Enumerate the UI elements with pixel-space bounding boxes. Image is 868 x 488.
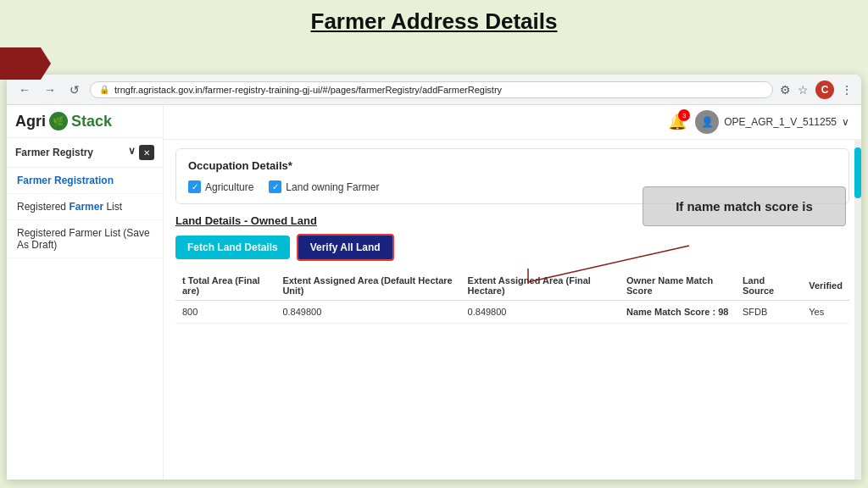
callout-box: If name match score is: [643, 186, 846, 226]
table-row: 800 0.849800 0.849800 Name Match Score :…: [175, 301, 849, 324]
sidebar-item-registered-farmer-list-draft[interactable]: Registered Farmer List (Save As Draft): [7, 220, 163, 258]
nav-label-1: Registered Farmer List: [17, 201, 122, 213]
land-buttons: Fetch Land Details Verify All Land: [175, 234, 849, 261]
app-layout: Agri 🌿 Stack Farmer Registry ∨ ✕ Farmer …: [7, 105, 861, 480]
col-header-land-source: Land Source: [736, 271, 802, 301]
sidebar: Agri 🌿 Stack Farmer Registry ∨ ✕ Farmer …: [7, 105, 164, 480]
forward-button[interactable]: →: [41, 81, 59, 98]
col-header-verified: Verified: [802, 271, 849, 301]
cell-total-area: 800: [175, 301, 275, 324]
callout-text: If name match score is: [676, 199, 813, 214]
refresh-button[interactable]: ↺: [66, 81, 83, 98]
fetch-land-details-button[interactable]: Fetch Land Details: [175, 236, 290, 259]
sidebar-logo: Agri 🌿 Stack: [7, 105, 163, 138]
browser-profile-icon[interactable]: C: [815, 80, 834, 99]
check-icon-land-owning: ✓: [269, 180, 281, 193]
main-content: Occupation Details* ✓ Agriculture ✓ Land…: [164, 140, 861, 480]
url-text: trngfr.agristack.gov.in/farmer-registry-…: [114, 85, 502, 95]
sidebar-item-farmer-registration[interactable]: Farmer Registration: [7, 168, 163, 194]
settings-icon[interactable]: ⚙: [780, 83, 791, 97]
nav-label-0: Farmer Registration: [17, 175, 114, 186]
col-header-extent-final: Extent Assigned Area (Final Hectare): [461, 271, 620, 301]
scrollbar-track: [854, 139, 861, 480]
col-header-extent-default: Extent Assigned Area (Default Hectare Un…: [275, 271, 460, 301]
cell-land-source: SFDB: [736, 301, 802, 324]
notification-badge: 3: [678, 109, 690, 121]
slide-title: Farmer Address Details: [0, 0, 868, 40]
user-avatar: 👤: [695, 110, 719, 134]
occupation-title: Occupation Details*: [188, 159, 837, 172]
secure-icon: 🔒: [99, 85, 109, 94]
nav-label-2: Registered Farmer List (Save As Draft): [17, 227, 150, 251]
land-table: t Total Area (Final are) Extent Assigned…: [175, 271, 849, 324]
land-section: Land Details - Owned Land Fetch Land Det…: [175, 214, 849, 324]
col-header-name-match: Owner Name Match Score: [620, 271, 736, 301]
cell-name-match-score: Name Match Score : 98: [620, 301, 736, 324]
topbar: 🔔 3 👤 OPE_AGR_1_V_511255 ∨: [164, 105, 861, 140]
back-button[interactable]: ←: [15, 81, 34, 98]
browser-actions: ⚙ ☆ C ⋮: [780, 80, 853, 99]
cell-extent-default: 0.849800: [275, 301, 460, 324]
sidebar-section-label: Farmer Registry: [15, 147, 93, 158]
collapse-button[interactable]: ✕: [139, 145, 154, 160]
browser-window: ← → ↺ 🔒 trngfr.agristack.gov.in/farmer-r…: [7, 75, 861, 480]
avatar-icon: 👤: [701, 116, 714, 128]
col-header-total-area: t Total Area (Final are): [175, 271, 275, 301]
star-icon[interactable]: ☆: [798, 83, 809, 97]
menu-icon[interactable]: ⋮: [841, 83, 853, 97]
dropdown-icon: ∨: [128, 145, 136, 160]
checkbox-agriculture-label: Agriculture: [205, 181, 253, 193]
verify-all-land-button[interactable]: Verify All Land: [297, 234, 394, 261]
logo-agri-text: Agri: [15, 113, 46, 130]
checkbox-land-owning[interactable]: ✓ Land owning Farmer: [269, 180, 379, 193]
user-name: OPE_AGR_1_V_511255: [724, 116, 837, 128]
logo-icon: 🌿: [49, 112, 68, 130]
sidebar-item-registered-farmer-list[interactable]: Registered Farmer List: [7, 194, 163, 220]
browser-chrome: ← → ↺ 🔒 trngfr.agristack.gov.in/farmer-r…: [7, 75, 861, 105]
scrollbar-thumb[interactable]: [854, 147, 861, 198]
checkbox-agriculture[interactable]: ✓ Agriculture: [188, 180, 253, 193]
url-bar[interactable]: 🔒 trngfr.agristack.gov.in/farmer-registr…: [90, 81, 773, 98]
table-header-row: t Total Area (Final are) Extent Assigned…: [175, 271, 849, 301]
user-dropdown-icon[interactable]: ∨: [842, 116, 849, 128]
sidebar-section-header[interactable]: Farmer Registry ∨ ✕: [7, 138, 163, 168]
slide-background: Farmer Address Details ← → ↺ 🔒 trngfr.ag…: [0, 0, 868, 488]
check-icon-agriculture: ✓: [188, 180, 201, 193]
checkbox-land-owning-label: Land owning Farmer: [286, 181, 379, 193]
user-info: 👤 OPE_AGR_1_V_511255 ∨: [695, 110, 849, 134]
notification-icon[interactable]: 🔔 3: [668, 113, 687, 131]
logo-stack-text: Stack: [71, 113, 112, 130]
cell-extent-final: 0.849800: [461, 301, 620, 324]
cell-verified: Yes: [802, 301, 849, 324]
red-arrow-decoration: [0, 47, 51, 80]
